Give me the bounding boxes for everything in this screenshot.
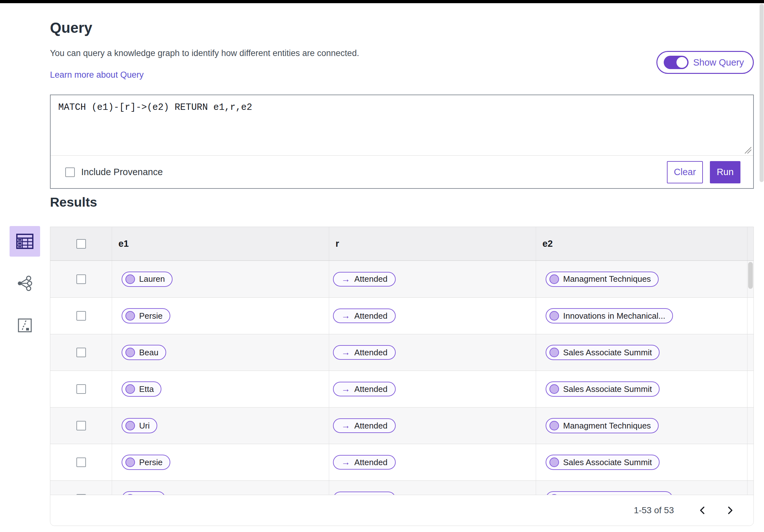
map-view-icon (17, 318, 33, 333)
relation-label: Attended (354, 421, 387, 431)
entity-pill-e2[interactable]: Sales Associate Summit (546, 345, 660, 360)
row-checkbox[interactable] (77, 384, 86, 394)
entity-pill-e2[interactable]: Sales Associate Summit (546, 454, 660, 470)
column-header-e2[interactable]: e2 (536, 227, 747, 261)
table-row: Uri→AttendedManagment Techniques (50, 407, 753, 444)
column-header-r[interactable]: r (329, 227, 536, 261)
previous-page-button[interactable] (695, 503, 709, 517)
entity-pill-e2[interactable]: Managment Techniques (546, 271, 659, 287)
table-scrollbar[interactable] (748, 262, 753, 289)
entity-label: Lauren (139, 274, 165, 284)
entity-pill-e2[interactable]: Innovations in Mechanical... (546, 308, 673, 323)
relation-label: Attended (354, 274, 387, 284)
entity-label: Persie (139, 311, 163, 321)
entity-label: Managment Techniques (563, 274, 651, 284)
toggle-knob (676, 57, 687, 68)
row-checkbox[interactable] (77, 311, 86, 321)
entity-node-icon (125, 384, 135, 394)
arrow-right-icon: → (341, 457, 350, 467)
entity-pill-e2[interactable]: Sales Associate Summit (546, 381, 660, 397)
table-row: Persie→AttendedSales Associate Summit (50, 444, 753, 480)
table-view-icon (16, 233, 34, 249)
page-title: Query (50, 19, 92, 36)
table-view-button[interactable] (10, 226, 40, 257)
relation-label: Attended (354, 384, 387, 394)
arrow-right-icon: → (341, 311, 350, 321)
query-footer: Include Provenance Clear Run (51, 156, 753, 188)
entity-pill-e1[interactable]: Beau (121, 345, 166, 360)
entity-node-icon (125, 274, 135, 284)
query-panel: MATCH (e1)-[r]->(e2) RETURN e1,r,e2 Incl… (50, 94, 754, 189)
pagination-bar: 1-53 of 53 (50, 495, 753, 526)
row-checkbox[interactable] (77, 274, 86, 284)
relation-pill[interactable]: →Attended (333, 308, 396, 323)
pagination-range: 1-53 of 53 (634, 505, 674, 515)
entity-node-icon (549, 311, 559, 321)
clear-button[interactable]: Clear (667, 161, 703, 183)
entity-label: Managment Techniques (563, 421, 651, 431)
entity-node-icon (125, 348, 135, 357)
entity-node-icon (125, 421, 135, 431)
results-view-switcher (10, 226, 40, 341)
entity-pill-e1[interactable]: Persie (121, 308, 170, 323)
learn-more-link[interactable]: Learn more about Query (50, 70, 143, 80)
include-provenance-checkbox[interactable] (65, 167, 75, 177)
resize-handle-icon[interactable] (744, 146, 752, 154)
column-header-e1[interactable]: e1 (112, 227, 329, 261)
toggle-switch-icon[interactable] (664, 56, 688, 69)
entity-node-icon (549, 457, 559, 467)
chevron-right-icon (724, 505, 735, 516)
relation-pill[interactable]: →Attended (333, 272, 396, 286)
table-row: Etta→AttendedSales Associate Summit (50, 371, 753, 407)
entity-pill-e2[interactable]: Managment Techniques (546, 418, 659, 433)
query-textarea[interactable]: MATCH (e1)-[r]->(e2) RETURN e1,r,e2 (51, 95, 753, 156)
chevron-left-icon (697, 505, 708, 516)
entity-pill-e1[interactable]: Persie (121, 454, 170, 470)
entity-node-icon (549, 348, 559, 357)
arrow-right-icon: → (341, 347, 350, 358)
row-checkbox[interactable] (77, 348, 86, 357)
relation-label: Attended (354, 311, 387, 321)
next-page-button[interactable] (723, 503, 737, 517)
entity-pill-e1[interactable]: Etta (121, 381, 161, 397)
entity-label: Beau (139, 348, 158, 358)
table-body: Lauren→AttendedManagment TechniquesPersi… (50, 261, 753, 517)
results-table: e1 r e2 Lauren→AttendedManagment Techniq… (50, 227, 754, 526)
relation-pill[interactable]: →Attended (333, 382, 396, 396)
entity-node-icon (549, 421, 559, 431)
include-provenance-label: Include Provenance (81, 167, 163, 177)
table-header: e1 r e2 (50, 227, 753, 261)
row-checkbox[interactable] (77, 421, 86, 431)
entity-label: Sales Associate Summit (563, 348, 652, 358)
entity-label: Persie (139, 457, 163, 467)
arrow-right-icon: → (341, 384, 350, 394)
entity-node-icon (549, 384, 559, 394)
relation-pill[interactable]: →Attended (333, 418, 396, 433)
results-heading: Results (50, 195, 97, 210)
entity-pill-e1[interactable]: Uri (121, 418, 157, 433)
run-button[interactable]: Run (710, 161, 740, 183)
arrow-right-icon: → (341, 274, 350, 284)
page-scrollbar[interactable] (760, 4, 764, 182)
show-query-toggle[interactable]: Show Query (657, 51, 754, 74)
window-top-edge (0, 0, 764, 3)
relation-label: Attended (354, 348, 387, 358)
relation-label: Attended (354, 457, 387, 467)
entity-node-icon (125, 311, 135, 321)
entity-pill-e1[interactable]: Lauren (121, 271, 173, 287)
select-all-checkbox[interactable] (77, 239, 86, 249)
entity-node-icon (549, 274, 559, 284)
table-row: Lauren→AttendedManagment Techniques (50, 261, 753, 297)
graph-view-button[interactable] (10, 268, 40, 299)
entity-label: Uri (139, 421, 150, 431)
table-row: Beau→AttendedSales Associate Summit (50, 334, 753, 371)
query-text[interactable]: MATCH (e1)-[r]->(e2) RETURN e1,r,e2 (58, 102, 753, 113)
entity-label: Innovations in Mechanical... (563, 311, 665, 321)
row-checkbox[interactable] (77, 457, 86, 467)
arrow-right-icon: → (341, 421, 350, 431)
map-view-button[interactable] (10, 310, 40, 341)
relation-pill[interactable]: →Attended (333, 345, 396, 360)
page-description: You can query a knowledge graph to ident… (50, 48, 359, 58)
entity-label: Sales Associate Summit (563, 457, 652, 467)
relation-pill[interactable]: →Attended (333, 455, 396, 469)
